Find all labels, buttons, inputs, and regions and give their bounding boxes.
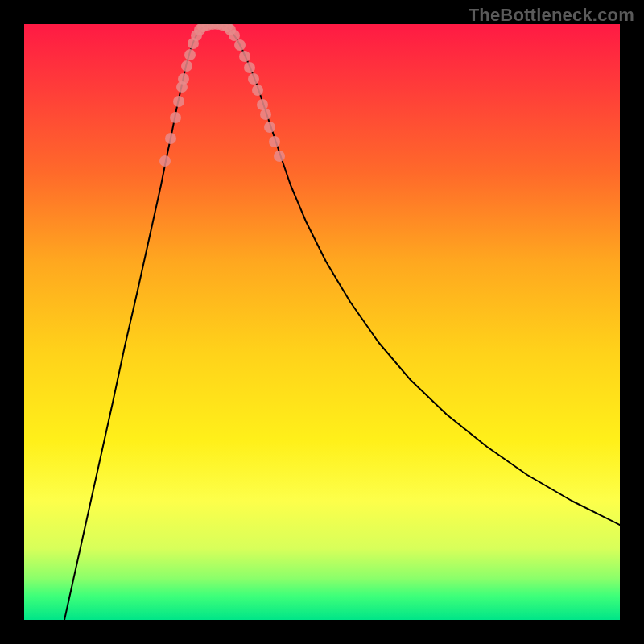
scatter-dot [178,73,189,85]
scatter-dot [264,122,275,133]
plot-area [24,24,620,620]
scatter-dot [274,151,285,162]
scatter-dot [170,112,181,123]
chart-frame: TheBottleneck.com [0,0,644,644]
scatter-dot [239,51,250,62]
scatter-dot [181,60,192,72]
scatter-dots-right [221,24,285,162]
chart-svg [24,24,620,620]
scatter-dot [229,30,240,41]
scatter-dot [173,96,184,107]
scatter-dot [159,155,171,167]
watermark-text: TheBottleneck.com [469,5,634,26]
v-curve [64,24,620,620]
scatter-dot [248,73,259,85]
scatter-dot [165,133,176,144]
scatter-dot [252,85,263,96]
scatter-dot [184,49,196,60]
scatter-dot [234,39,246,51]
scatter-dot [257,99,268,110]
scatter-dot [260,109,271,120]
scatter-dot [269,136,280,147]
scatter-dot [244,62,255,73]
